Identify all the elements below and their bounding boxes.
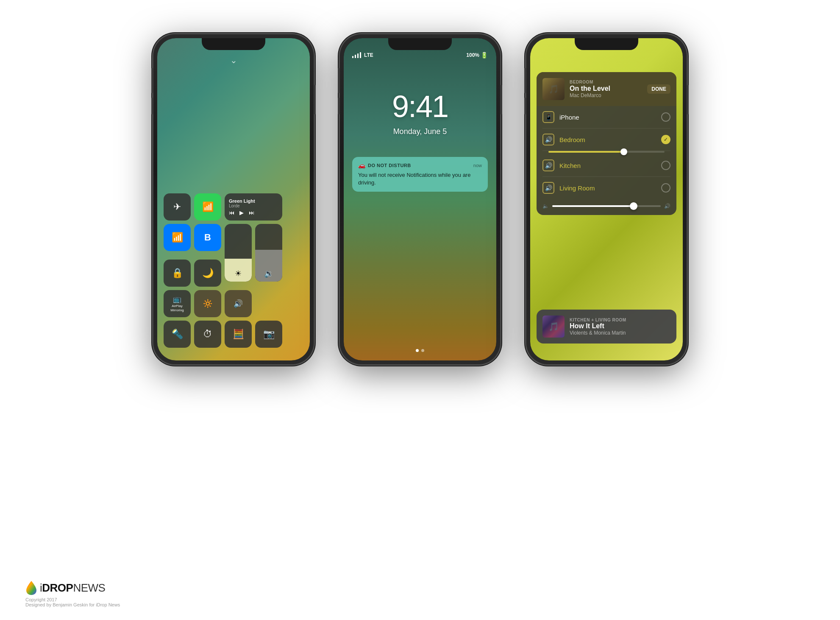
volume-down-button-3[interactable]	[524, 98, 526, 115]
speaker-icon: 🔊	[234, 299, 243, 308]
footer: iDROPNEWS Copyright 2017 Designed by Ben…	[25, 580, 120, 607]
device-row-living-room[interactable]: 🔊 Living Room	[542, 177, 670, 199]
page-dots	[416, 349, 424, 352]
copyright-text: Copyright 2017	[25, 597, 57, 602]
master-volume-row: 🔈 🔊	[537, 199, 676, 215]
notif-app-area: 🚗 DO NOT DISTURB	[358, 162, 411, 169]
signal-bar-3	[357, 53, 359, 58]
phone-2: LTE 100% 🔋 9:41 Monday, June 5 🚗 DO NOT …	[339, 34, 501, 365]
phone-2-screen: LTE 100% 🔋 9:41 Monday, June 5 🚗 DO NOT …	[344, 38, 496, 360]
drop-logo-icon	[25, 580, 37, 595]
notif-time: now	[473, 163, 482, 168]
vol-fill	[552, 205, 634, 207]
volume-down-button-2[interactable]	[338, 98, 339, 115]
signal-bars	[352, 52, 361, 58]
song-info-2: KITCHEN + LIVING ROOM How It Left Violen…	[570, 318, 626, 336]
device-name-living-room: Living Room	[559, 184, 656, 192]
wifi-tile[interactable]: 📶	[164, 224, 191, 251]
page-dot-1	[416, 349, 419, 352]
wifi-icon: 📶	[172, 232, 183, 243]
bt-tile[interactable]: Β	[194, 224, 221, 251]
phone-1: ⌄ ✈ 📶 Green Light Lorde ⏮ ▶ ⏭ 📶 Β ☀ 🔉 🔒 …	[153, 34, 314, 365]
flashlight-tile[interactable]: 🔦	[164, 321, 191, 348]
power-button-2[interactable]	[501, 85, 502, 115]
control-center-grid: ✈ 📶 Green Light Lorde ⏮ ▶ ⏭ 📶 Β ☀ 🔉 🔒 🌙 …	[164, 193, 303, 348]
volume-ctrl[interactable]: 🔉	[255, 224, 282, 282]
signal-bar-1	[352, 56, 353, 58]
brightness-slider-tile[interactable]: 🔆	[194, 290, 221, 317]
page-dot-2	[421, 349, 424, 352]
notif-app-name: DO NOT DISTURB	[368, 163, 411, 168]
signal-area: LTE	[352, 52, 373, 58]
next-btn[interactable]: ⏭	[249, 209, 254, 216]
album-art-placeholder: 🎵	[548, 84, 559, 94]
cellular-tile[interactable]: 📶	[194, 193, 221, 221]
song-artist-1: Mac DeMarco	[570, 92, 642, 98]
logo-drop: DROP	[42, 581, 73, 594]
track-name: Green Light	[229, 198, 255, 204]
notch-1	[202, 38, 265, 50]
cc-row-4: 📺 AirPlay Mirroring 🔆 🔊	[164, 290, 303, 317]
volume-down-button[interactable]	[151, 98, 153, 115]
room-label-2: KITCHEN + LIVING ROOM	[570, 318, 626, 322]
calc-tile[interactable]: 🧮	[225, 321, 252, 348]
mute-switch[interactable]	[151, 68, 153, 81]
lock-tile[interactable]: 🔒	[164, 260, 191, 287]
power-button[interactable]	[314, 85, 316, 115]
music-control[interactable]: Green Light Lorde ⏮ ▶ ⏭	[225, 193, 282, 221]
brightness-ctrl[interactable]: ☀	[225, 224, 252, 282]
sun-icon: 🔆	[203, 299, 212, 308]
timer-icon: ⏱	[203, 329, 212, 340]
airplay-tile[interactable]: 📺 AirPlay Mirroring	[164, 290, 191, 317]
notch-3	[575, 38, 638, 50]
logo-text: iDROPNEWS	[40, 581, 105, 595]
album-art-1: 🎵	[542, 78, 565, 100]
signal-bar-4	[360, 52, 361, 58]
device-row-bedroom[interactable]: 🔊 Bedroom ✓	[542, 128, 670, 151]
song-title-2: How It Left	[570, 322, 626, 330]
phone-3-screen: 🎵 BEDROOM On the Level Mac DeMarco DONE	[530, 38, 683, 360]
camera-tile[interactable]: 📷	[255, 321, 282, 348]
playback-controls: ⏮ ▶ ⏭	[229, 209, 254, 216]
vol-max-icon: 🔊	[664, 203, 670, 209]
brightness-icon: ☀	[235, 269, 242, 278]
iphone-device-icon: 📱	[542, 111, 554, 123]
credit-line: Designed by Benjamin Geskin for iDrop Ne…	[25, 602, 120, 607]
done-button[interactable]: DONE	[647, 84, 670, 94]
mute-switch-3[interactable]	[524, 68, 526, 81]
airplane-icon: ✈	[173, 201, 181, 212]
device-name-bedroom: Bedroom	[559, 136, 656, 143]
song-artist-2: Violents & Monica Martin	[570, 330, 626, 336]
room-label-1: BEDROOM	[570, 80, 642, 84]
song-title-1: On the Level	[570, 84, 642, 92]
living-room-device-icon: 🔊	[542, 182, 554, 194]
airplay-screen: 🎵 BEDROOM On the Level Mac DeMarco DONE	[530, 38, 683, 360]
timer-tile[interactable]: ⏱	[194, 321, 221, 348]
device-name-kitchen: Kitchen	[559, 162, 656, 169]
status-bar: LTE 100% 🔋	[352, 52, 488, 59]
notif-body: You will not receive Notifications while…	[358, 171, 482, 187]
bedroom-volume-slider[interactable]	[542, 151, 670, 154]
slider-thumb	[620, 148, 627, 155]
device-row-kitchen[interactable]: 🔊 Kitchen	[542, 154, 670, 177]
prev-btn[interactable]: ⏮	[229, 209, 234, 216]
airplane-tile[interactable]: ✈	[164, 193, 191, 221]
phone-1-screen: ⌄ ✈ 📶 Green Light Lorde ⏮ ▶ ⏭ 📶 Β ☀ 🔉 🔒 …	[157, 38, 310, 360]
now-playing-header: 🎵 BEDROOM On the Level Mac DeMarco DONE	[537, 72, 676, 106]
control-center-screen: ⌄ ✈ 📶 Green Light Lorde ⏮ ▶ ⏭ 📶 Β ☀ 🔉 🔒 …	[157, 38, 310, 360]
power-button-3[interactable]	[687, 85, 689, 115]
play-btn[interactable]: ▶	[239, 209, 244, 216]
dnd-icon: 🚗	[358, 162, 365, 169]
vol-min-icon: 🔈	[542, 203, 549, 209]
lock-screen-date: Monday, June 5	[393, 127, 447, 136]
cc-row-1: ✈ 📶 Green Light Lorde ⏮ ▶ ⏭	[164, 193, 303, 221]
volume-slider-tile[interactable]: 🔊	[225, 290, 252, 317]
notch-2	[388, 38, 452, 50]
lock-screen-time: 9:41	[392, 89, 448, 124]
mute-switch-2[interactable]	[338, 68, 339, 81]
device-row-iphone[interactable]: 📱 iPhone	[542, 106, 670, 128]
battery-percent: 100%	[466, 52, 479, 58]
master-volume-slider[interactable]	[552, 205, 661, 207]
notification-header: 🚗 DO NOT DISTURB now	[358, 162, 482, 169]
moon-tile[interactable]: 🌙	[194, 260, 221, 287]
